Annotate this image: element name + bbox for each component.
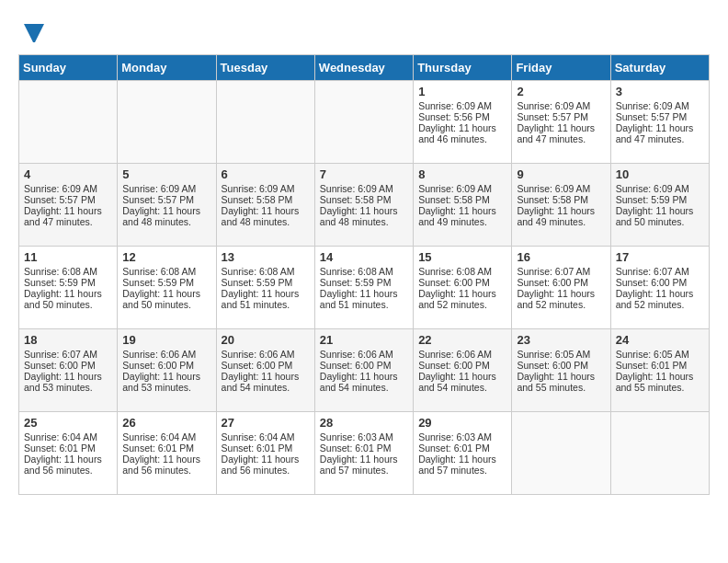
header-saturday: Saturday <box>610 55 709 81</box>
sunrise-text: Sunrise: 6:06 AM <box>320 349 408 360</box>
daylight-text: Daylight: 11 hours and 56 minutes. <box>24 454 112 476</box>
calendar-cell: 25Sunrise: 6:04 AMSunset: 6:01 PMDayligh… <box>19 412 118 495</box>
calendar-cell: 13Sunrise: 6:08 AMSunset: 5:59 PMDayligh… <box>216 247 314 329</box>
day-number: 26 <box>122 416 210 430</box>
day-number: 29 <box>418 416 506 430</box>
header-wednesday: Wednesday <box>314 55 413 81</box>
sunset-text: Sunset: 6:00 PM <box>418 360 506 371</box>
calendar-cell: 15Sunrise: 6:08 AMSunset: 6:00 PMDayligh… <box>414 247 512 329</box>
daylight-text: Daylight: 11 hours and 46 minutes. <box>418 122 506 144</box>
calendar-cell: 21Sunrise: 6:06 AMSunset: 6:00 PMDayligh… <box>314 329 413 412</box>
calendar-cell: 19Sunrise: 6:06 AMSunset: 6:00 PMDayligh… <box>118 329 216 412</box>
daylight-text: Daylight: 11 hours and 52 minutes. <box>517 288 605 310</box>
daylight-text: Daylight: 11 hours and 48 minutes. <box>122 205 210 227</box>
sunset-text: Sunset: 5:56 PM <box>418 111 506 122</box>
sunrise-text: Sunrise: 6:09 AM <box>418 183 506 194</box>
calendar-cell: 17Sunrise: 6:07 AMSunset: 6:00 PMDayligh… <box>610 247 709 329</box>
logo <box>18 18 48 45</box>
calendar-cell: 9Sunrise: 6:09 AMSunset: 5:58 PMDaylight… <box>512 164 610 247</box>
sunrise-text: Sunrise: 6:09 AM <box>24 183 112 194</box>
day-number: 22 <box>418 333 506 347</box>
sunset-text: Sunset: 5:59 PM <box>222 277 310 288</box>
day-number: 14 <box>320 250 408 264</box>
calendar-cell: 7Sunrise: 6:09 AMSunset: 5:58 PMDaylight… <box>314 164 413 247</box>
svg-marker-1 <box>29 35 39 42</box>
daylight-text: Daylight: 11 hours and 51 minutes. <box>320 288 408 310</box>
sunset-text: Sunset: 6:01 PM <box>418 442 506 454</box>
day-number: 25 <box>24 416 112 430</box>
day-number: 4 <box>24 167 112 181</box>
sunset-text: Sunset: 5:57 PM <box>122 194 210 205</box>
calendar-cell: 1Sunrise: 6:09 AMSunset: 5:56 PMDaylight… <box>414 81 512 164</box>
daylight-text: Daylight: 11 hours and 49 minutes. <box>517 205 605 227</box>
day-number: 21 <box>320 333 408 347</box>
daylight-text: Daylight: 11 hours and 54 minutes. <box>418 371 506 393</box>
sunrise-text: Sunrise: 6:09 AM <box>222 183 310 194</box>
sunset-text: Sunset: 5:57 PM <box>24 194 112 205</box>
day-number: 27 <box>222 416 310 430</box>
sunrise-text: Sunrise: 6:09 AM <box>418 100 506 111</box>
daylight-text: Daylight: 11 hours and 51 minutes. <box>222 288 310 310</box>
calendar-cell: 16Sunrise: 6:07 AMSunset: 6:00 PMDayligh… <box>512 247 610 329</box>
sunset-text: Sunset: 6:01 PM <box>320 442 408 454</box>
calendar-cell: 5Sunrise: 6:09 AMSunset: 5:57 PMDaylight… <box>118 164 216 247</box>
sunrise-text: Sunrise: 6:08 AM <box>320 266 408 277</box>
sunrise-text: Sunrise: 6:09 AM <box>616 183 704 194</box>
sunrise-text: Sunrise: 6:06 AM <box>418 349 506 360</box>
sunset-text: Sunset: 5:59 PM <box>24 277 112 288</box>
calendar-cell: 27Sunrise: 6:04 AMSunset: 6:01 PMDayligh… <box>216 412 314 495</box>
calendar-cell: 29Sunrise: 6:03 AMSunset: 6:01 PMDayligh… <box>414 412 512 495</box>
logo-icon <box>20 17 48 44</box>
daylight-text: Daylight: 11 hours and 49 minutes. <box>418 205 506 227</box>
calendar-table: SundayMondayTuesdayWednesdayThursdayFrid… <box>18 54 710 495</box>
day-number: 19 <box>122 333 210 347</box>
calendar-week-1: 1Sunrise: 6:09 AMSunset: 5:56 PMDaylight… <box>19 81 710 164</box>
sunrise-text: Sunrise: 6:04 AM <box>24 431 112 442</box>
daylight-text: Daylight: 11 hours and 53 minutes. <box>24 371 112 393</box>
calendar-cell <box>610 412 709 495</box>
calendar-cell <box>118 81 216 164</box>
sunrise-text: Sunrise: 6:09 AM <box>122 183 210 194</box>
sunset-text: Sunset: 6:00 PM <box>122 360 210 371</box>
day-number: 24 <box>616 333 704 347</box>
day-number: 10 <box>616 167 704 181</box>
daylight-text: Daylight: 11 hours and 47 minutes. <box>616 122 704 144</box>
calendar-cell: 11Sunrise: 6:08 AMSunset: 5:59 PMDayligh… <box>19 247 118 329</box>
day-number: 15 <box>418 250 506 264</box>
header-monday: Monday <box>118 55 216 81</box>
day-number: 11 <box>24 250 112 264</box>
daylight-text: Daylight: 11 hours and 47 minutes. <box>24 205 112 227</box>
day-number: 5 <box>122 167 210 181</box>
daylight-text: Daylight: 11 hours and 56 minutes. <box>222 454 310 476</box>
daylight-text: Daylight: 11 hours and 57 minutes. <box>418 454 506 476</box>
daylight-text: Daylight: 11 hours and 52 minutes. <box>418 288 506 310</box>
calendar-cell: 18Sunrise: 6:07 AMSunset: 6:00 PMDayligh… <box>19 329 118 412</box>
calendar-cell: 3Sunrise: 6:09 AMSunset: 5:57 PMDaylight… <box>610 81 709 164</box>
sunset-text: Sunset: 5:57 PM <box>517 111 605 122</box>
day-number: 20 <box>222 333 310 347</box>
sunset-text: Sunset: 5:58 PM <box>517 194 605 205</box>
sunrise-text: Sunrise: 6:09 AM <box>320 183 408 194</box>
sunrise-text: Sunrise: 6:08 AM <box>222 266 310 277</box>
calendar-cell: 20Sunrise: 6:06 AMSunset: 6:00 PMDayligh… <box>216 329 314 412</box>
sunrise-text: Sunrise: 6:09 AM <box>517 183 605 194</box>
daylight-text: Daylight: 11 hours and 50 minutes. <box>24 288 112 310</box>
calendar-cell <box>512 412 610 495</box>
sunset-text: Sunset: 5:58 PM <box>222 194 310 205</box>
sunset-text: Sunset: 6:01 PM <box>24 442 112 454</box>
sunrise-text: Sunrise: 6:05 AM <box>517 349 605 360</box>
daylight-text: Daylight: 11 hours and 54 minutes. <box>320 371 408 393</box>
calendar-cell: 14Sunrise: 6:08 AMSunset: 5:59 PMDayligh… <box>314 247 413 329</box>
daylight-text: Daylight: 11 hours and 50 minutes. <box>122 288 210 310</box>
sunset-text: Sunset: 6:00 PM <box>320 360 408 371</box>
day-number: 6 <box>222 167 310 181</box>
daylight-text: Daylight: 11 hours and 50 minutes. <box>616 205 704 227</box>
daylight-text: Daylight: 11 hours and 57 minutes. <box>320 454 408 476</box>
daylight-text: Daylight: 11 hours and 47 minutes. <box>517 122 605 144</box>
calendar-week-3: 11Sunrise: 6:08 AMSunset: 5:59 PMDayligh… <box>19 247 710 329</box>
sunset-text: Sunset: 5:58 PM <box>320 194 408 205</box>
daylight-text: Daylight: 11 hours and 55 minutes. <box>616 371 704 393</box>
calendar-cell <box>19 81 118 164</box>
sunset-text: Sunset: 6:00 PM <box>24 360 112 371</box>
sunset-text: Sunset: 5:59 PM <box>320 277 408 288</box>
